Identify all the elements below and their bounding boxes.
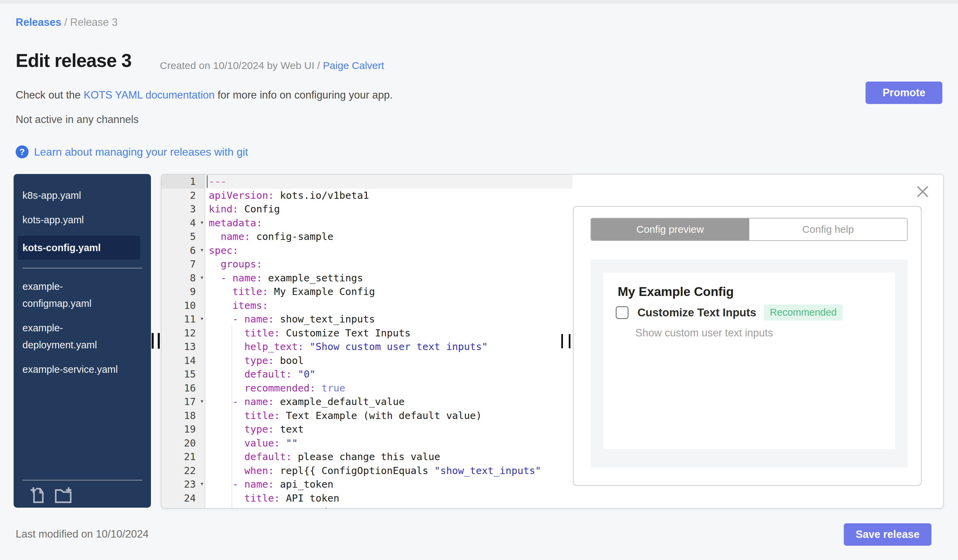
file-list-divider <box>22 268 142 269</box>
line-number-11: 11▾ <box>162 312 205 326</box>
code-line-7[interactable]: groups: <box>206 257 573 271</box>
code-line-11[interactable]: - name: show_text_inputs <box>206 312 573 326</box>
add-file-icon[interactable] <box>29 486 46 504</box>
doc-hint: Check out the KOTS YAML documentation fo… <box>16 89 393 101</box>
line-number-19: 19 <box>162 422 205 436</box>
sidebar-file-example-configmap.yaml[interactable]: example-configmap.yaml <box>22 278 124 312</box>
code-line-22[interactable]: when: repl{{ ConfigOptionEquals "show_te… <box>206 464 573 478</box>
line-number-23: 23▾ <box>162 478 205 491</box>
created-info: Created on 10/10/2024 by Web UI / Paige … <box>160 60 384 71</box>
code-line-25[interactable]: type: password <box>206 505 573 508</box>
line-number-2: 2 <box>162 188 205 202</box>
code-line-5[interactable]: name: config-sample <box>206 230 573 244</box>
last-modified-label: Last modified on 10/10/2024 <box>16 528 149 540</box>
sidebar-file-example-service.yaml[interactable]: example-service.yaml <box>22 361 124 378</box>
code-line-13[interactable]: help_text: "Show custom user text inputs… <box>206 340 573 354</box>
code-line-14[interactable]: type: bool <box>206 354 573 368</box>
config-group-heading: My Example Config <box>618 285 734 299</box>
breadcrumb-releases-link[interactable]: Releases <box>16 16 61 28</box>
line-number-25: 25 <box>162 505 205 509</box>
line-number-24: 24 <box>162 491 205 505</box>
code-line-10[interactable]: items: <box>206 299 573 313</box>
line-number-15: 15 <box>162 367 205 381</box>
recommended-badge: Recommended <box>764 304 843 320</box>
fold-arrow-icon[interactable]: ▾ <box>200 271 204 285</box>
preview-body: My Example Config Customize Text Inputs … <box>590 259 908 468</box>
sidebar-resize-handle[interactable] <box>158 333 160 349</box>
line-number-14: 14 <box>162 354 205 368</box>
promote-button[interactable]: Promote <box>866 82 942 104</box>
code-line-6[interactable]: spec: <box>206 244 573 258</box>
file-list: k8s-app.yamlkots-app.yamlkots-config.yam… <box>14 187 151 378</box>
code-line-19[interactable]: type: text <box>206 422 573 436</box>
doc-hint-post: for more info on configuring your app. <box>214 89 393 101</box>
code-line-21[interactable]: default: please change this value <box>206 450 573 464</box>
save-release-button[interactable]: Save release <box>844 523 931 546</box>
code-line-24[interactable]: title: API token <box>206 491 573 505</box>
sidebar-resize-handle[interactable] <box>152 333 154 349</box>
channel-status: Not active in any channels <box>16 114 139 126</box>
question-icon: ? <box>16 146 29 158</box>
code-line-2[interactable]: apiVersion: kots.io/v1beta1 <box>206 188 573 202</box>
close-icon[interactable] <box>916 185 929 198</box>
code-line-8[interactable]: - name: example_settings <box>206 271 573 285</box>
line-number-13: 13 <box>162 340 205 354</box>
line-number-7: 7 <box>162 257 205 271</box>
config-item-row: Customize Text Inputs Recommended <box>615 304 843 320</box>
code-line-9[interactable]: title: My Example Config <box>206 285 573 299</box>
kots-doc-link[interactable]: KOTS YAML documentation <box>84 89 214 101</box>
git-help-row: ? Learn about managing your releases wit… <box>16 146 248 158</box>
code-line-15[interactable]: default: "0" <box>206 367 573 381</box>
sidebar-file-kots-config.yaml[interactable]: kots-config.yaml <box>18 236 140 259</box>
indent-guide <box>232 326 232 508</box>
line-number-9: 9 <box>162 285 205 299</box>
panel-resize-handle[interactable] <box>569 334 571 348</box>
created-text: Created on 10/10/2024 by Web UI / <box>160 60 323 71</box>
config-form-card: My Example Config Customize Text Inputs … <box>603 272 895 449</box>
code-line-16[interactable]: recommended: true <box>206 381 573 395</box>
line-number-5: 5 <box>162 230 205 244</box>
file-sidebar: k8s-app.yamlkots-app.yamlkots-config.yam… <box>14 174 151 508</box>
window-top-strip <box>0 0 958 3</box>
breadcrumb-current: Release 3 <box>70 16 117 28</box>
config-item-label: Customize Text Inputs <box>638 306 757 319</box>
sidebar-file-kots-app.yaml[interactable]: kots-app.yaml <box>22 211 124 228</box>
release-editor-page: Releases / Release 3 Edit release 3 Crea… <box>0 0 958 560</box>
sidebar-actions <box>29 486 73 504</box>
config-checkbox[interactable] <box>615 306 628 319</box>
editor-gutter: 1234▾56▾78▾91011▾121314151617▾1819202122… <box>162 175 205 508</box>
line-number-12: 12 <box>162 326 205 340</box>
fold-arrow-icon[interactable]: ▾ <box>200 477 204 491</box>
line-number-6: 6▾ <box>162 244 205 258</box>
code-line-18[interactable]: title: Text Example (with default value) <box>206 409 573 423</box>
fold-arrow-icon[interactable]: ▾ <box>200 243 204 257</box>
git-docs-link[interactable]: Learn about managing your releases with … <box>34 146 248 158</box>
created-author-link[interactable]: Paige Calvert <box>323 60 384 71</box>
config-item-help: Show custom user text inputs <box>635 327 773 339</box>
line-number-3: 3 <box>162 202 205 216</box>
code-line-1[interactable]: --- <box>206 175 573 188</box>
line-number-8: 8▾ <box>162 271 205 285</box>
fold-arrow-icon[interactable]: ▾ <box>200 394 204 408</box>
code-line-20[interactable]: value: "" <box>206 436 573 450</box>
code-line-12[interactable]: title: Customize Text Inputs <box>206 326 573 340</box>
sidebar-file-k8s-app.yaml[interactable]: k8s-app.yaml <box>22 187 124 204</box>
code-editor[interactable]: ---apiVersion: kots.io/v1beta1kind: Conf… <box>206 175 573 508</box>
code-line-17[interactable]: - name: example_default_value <box>206 395 573 409</box>
line-number-17: 17▾ <box>162 395 205 409</box>
page-title: Edit release 3 <box>16 50 132 71</box>
tab-config-help[interactable]: Config help <box>749 218 907 240</box>
line-number-4: 4▾ <box>162 216 205 230</box>
fold-arrow-icon[interactable]: ▾ <box>200 312 204 326</box>
code-line-3[interactable]: kind: Config <box>206 202 573 216</box>
panel-resize-handle[interactable] <box>561 334 563 348</box>
add-folder-icon[interactable] <box>54 486 73 504</box>
editor-panel-container: 1234▾56▾78▾91011▾121314151617▾1819202122… <box>161 174 944 509</box>
tab-config-preview[interactable]: Config preview <box>591 218 749 240</box>
line-number-16: 16 <box>162 381 205 395</box>
line-number-20: 20 <box>162 436 205 450</box>
sidebar-file-example-deployment.yaml[interactable]: example-deployment.yaml <box>22 320 124 353</box>
code-line-4[interactable]: metadata: <box>206 216 573 230</box>
fold-arrow-icon[interactable]: ▾ <box>200 215 204 229</box>
code-line-23[interactable]: - name: api_token <box>206 478 573 491</box>
